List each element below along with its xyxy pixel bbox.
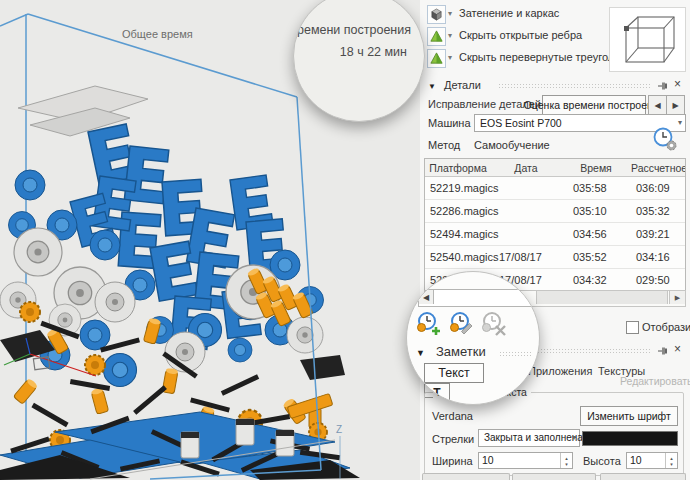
toolbar-item-shading-wireframe[interactable]: ▾ Затенение и каркас xyxy=(420,5,610,25)
pin-icon[interactable] xyxy=(658,81,669,91)
toolbar-item-hide-open-edges[interactable]: ▾ Скрыть открытые ребра xyxy=(420,27,610,47)
col-platform[interactable]: Платформа xyxy=(425,162,491,174)
right-panel: ▾ Затенение и каркас ▾ Скрыть открытые р… xyxy=(420,0,690,480)
close-icon[interactable]: × xyxy=(674,78,681,90)
scroll-right-button[interactable]: ▶ xyxy=(669,291,685,304)
collapse-icon: ▼ xyxy=(416,348,425,358)
clock-settings-icon[interactable] xyxy=(652,126,678,154)
shaded-cube-icon xyxy=(427,5,446,24)
show-path-checkbox[interactable] xyxy=(626,321,639,334)
edit-time-estimate-icon[interactable] xyxy=(449,311,475,339)
spin-down-icon[interactable]: ▾ xyxy=(565,461,568,467)
view-cube-preview xyxy=(609,7,686,72)
machine-label: Машина xyxy=(428,117,471,129)
close-icon[interactable]: × xyxy=(674,343,681,355)
arrow-color-swatch[interactable] xyxy=(582,431,678,446)
magnified-scrollbar: ◀ xyxy=(418,289,532,307)
tab-attachments[interactable]: Приложения xyxy=(528,365,592,377)
scrollbar-thumb[interactable] xyxy=(536,291,668,304)
toolbar-item-label: Затенение и каркас xyxy=(459,7,559,19)
width-input[interactable] xyxy=(482,454,542,466)
arrows-label: Стрелки xyxy=(432,433,474,445)
font-name-label: Verdana xyxy=(432,410,473,422)
tab-build-time-estimation[interactable]: Оценка времени построения xyxy=(542,95,646,115)
add-time-estimate-icon[interactable] xyxy=(416,311,442,339)
change-font-button[interactable]: Изменить шрифт xyxy=(580,406,678,426)
spin-down-icon[interactable]: ▾ xyxy=(670,461,673,467)
wireframe-cube-icon xyxy=(610,8,685,71)
bottom-button-stub[interactable] xyxy=(512,473,596,480)
tab-scroll-left-button[interactable]: ◀ xyxy=(648,95,667,115)
cell-time: 034:32 xyxy=(561,274,631,286)
cell-time: 035:10 xyxy=(561,205,631,217)
cell-platform: 52286.magics xyxy=(425,205,491,217)
height-stepper[interactable]: ▴▾ xyxy=(626,452,678,469)
delete-time-estimate-icon-disabled[interactable] xyxy=(481,311,507,339)
cell-platform: 52540.magics xyxy=(425,251,491,263)
stepper-arrows[interactable]: ▴▾ xyxy=(560,453,572,468)
caret-down-icon: ▾ xyxy=(572,433,576,442)
app-window: Общее время Z ▾ Затенение и каркас ▾ Скр… xyxy=(0,0,690,480)
table-row[interactable]: 52286.magics 035:10 035:32 xyxy=(425,200,685,223)
table-header-row: Платформа Дата Время Рассчетное вр xyxy=(425,159,685,177)
pin-icon[interactable] xyxy=(658,346,669,356)
table-row[interactable]: 52494.magics 034:56 039:21 xyxy=(425,223,685,246)
cell-date: 17/08/17 xyxy=(491,251,561,263)
callout-line-2: 18 ч 22 мин xyxy=(340,45,407,59)
caret-down-icon[interactable]: ▾ xyxy=(448,9,452,18)
z-axis-label: Z xyxy=(336,424,342,435)
caret-down-icon[interactable]: ▾ xyxy=(448,53,452,62)
arrows-select[interactable]: Закрыта и заполнена ▾ xyxy=(478,429,580,447)
toolbar-item-label: Скрыть открытые ребра xyxy=(459,29,582,41)
cell-calc: 035:32 xyxy=(631,205,685,217)
col-date[interactable]: Дата xyxy=(491,162,561,174)
edit-button[interactable]: Редактировать xyxy=(620,375,690,387)
height-input[interactable] xyxy=(630,454,663,466)
cell-time: 034:56 xyxy=(561,228,631,240)
green-pyramid-icon xyxy=(427,49,446,68)
width-label: Ширина xyxy=(432,455,473,467)
cell-time: 035:52 xyxy=(561,251,631,263)
details-panel-title: Детали xyxy=(444,79,481,91)
magnified-tab-text[interactable]: Текст xyxy=(424,363,484,383)
cell-calc: 036:09 xyxy=(631,182,685,194)
cell-platform: 52494.magics xyxy=(425,228,491,240)
width-stepper[interactable]: ▴▾ xyxy=(478,452,573,469)
method-label: Метод xyxy=(428,139,460,151)
col-time[interactable]: Время xyxy=(561,162,631,174)
panel-drag-texture xyxy=(499,351,533,358)
collapse-icon[interactable]: ▼ xyxy=(428,82,436,91)
cell-time: 035:58 xyxy=(561,182,631,194)
magnifier-callout-bottom: ◀ ▼ Зам xyxy=(406,271,540,405)
total-time-label: Общее время xyxy=(122,28,193,40)
green-pyramid-icon xyxy=(427,27,446,46)
table-row[interactable]: 52219.magics 035:58 036:09 xyxy=(425,177,685,200)
cell-calc: 034:16 xyxy=(631,251,685,263)
toolbar-item-hide-inverted-triangles[interactable]: ▾ Скрыть перевернутые треугольники xyxy=(420,49,610,69)
caret-down-icon[interactable]: ▾ xyxy=(448,31,452,40)
cell-platform: 52219.magics xyxy=(425,182,491,194)
panel-drag-texture[interactable] xyxy=(498,83,650,90)
bottom-button-stub[interactable] xyxy=(600,473,686,480)
col-calc-time[interactable]: Рассчетное вр xyxy=(631,162,685,174)
callout-line-1: ка времени построения xyxy=(293,23,411,37)
tab-scroll-right-button[interactable]: ▶ xyxy=(666,95,685,115)
cell-calc: 029:50 xyxy=(631,274,685,286)
caret-down-icon: ▾ xyxy=(678,118,682,127)
cell-calc: 039:21 xyxy=(631,228,685,240)
magnified-notes-title: Заметки xyxy=(436,344,486,359)
method-value: Самообучение xyxy=(474,139,550,151)
table-row[interactable]: 52540.magics 17/08/17 035:52 034:16 xyxy=(425,246,685,269)
height-label: Высота xyxy=(583,455,621,467)
arrows-value: Закрыта и заполнена xyxy=(484,432,583,443)
stepper-arrows[interactable]: ▴▾ xyxy=(665,453,677,468)
show-path-label: Отобразить путь xyxy=(642,321,690,333)
bottom-button-stub[interactable] xyxy=(422,473,510,480)
machine-value: EOS Eosint P700 xyxy=(480,117,562,129)
